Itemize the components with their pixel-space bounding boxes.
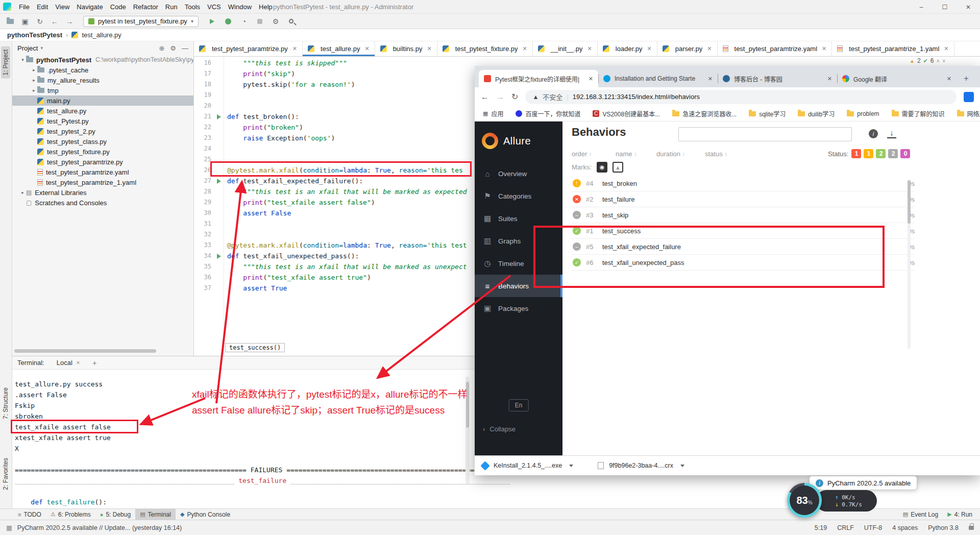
toolwindow-button-event-log[interactable]: ▤Event Log <box>898 509 943 520</box>
menu-file[interactable]: File <box>15 3 33 11</box>
allure-nav-suites[interactable]: ▦Suites <box>475 207 562 230</box>
tree-item-pythontestpytest[interactable]: ▾pythonTestPytestC:\workpath\pythonTestA… <box>12 55 193 65</box>
bookmark-6[interactable]: duilib学习 <box>798 109 835 118</box>
debug-icon[interactable] <box>223 16 233 27</box>
menu-vcs[interactable]: VCS <box>204 3 225 11</box>
tree-item-pytest-cache[interactable]: ▸.pytest_cache <box>12 65 193 75</box>
collapse-sidebar-button[interactable]: ‹ Collapse <box>483 425 516 433</box>
sort-header-order[interactable]: order↕ <box>572 150 616 158</box>
status-item-python-3-8[interactable]: Python 3.8 <box>928 524 959 531</box>
sync-icon[interactable]: ↻ <box>35 16 45 27</box>
chevron-down-icon[interactable] <box>680 465 684 467</box>
browser-tab-2[interactable]: Installation and Getting Starte✕ <box>598 70 718 87</box>
menu-code[interactable]: Code <box>107 3 130 11</box>
tree-item-main-py[interactable]: main.py <box>12 95 193 106</box>
menu-tools[interactable]: Tools <box>181 3 204 11</box>
browser-tab-4[interactable]: Google 翻译✕ <box>837 70 957 87</box>
list-scrollbar[interactable] <box>908 180 911 349</box>
status-item-utf-8[interactable]: UTF-8 <box>864 524 882 531</box>
bookmark-5[interactable]: sqlite学习 <box>749 109 786 118</box>
tree-item-test-pytest-fixture-py[interactable]: test_pytest_fixture.py <box>12 147 193 157</box>
new-session-button[interactable]: + <box>92 359 96 367</box>
project-horizontal-scrollbar[interactable] <box>14 349 156 353</box>
breadcrumb-file[interactable]: test_allure.py <box>82 31 121 39</box>
chevron-down-icon[interactable]: ∨ <box>942 58 946 63</box>
behavior-row-test-broken[interactable]: !#4test_broken0s <box>572 176 915 191</box>
editor-tab-loader-py[interactable]: loader.py✕ <box>598 41 657 56</box>
allure-nav-categories[interactable]: ⚑Categories <box>475 185 562 207</box>
allure-nav-graphs[interactable]: ▥Graphs <box>475 230 562 252</box>
behavior-row-test-skip[interactable]: –#3test_skip0s <box>572 207 915 223</box>
bookmark-8[interactable]: 需要了解的知识 <box>892 109 945 118</box>
allure-nav-timeline[interactable]: ◷Timeline <box>475 252 562 275</box>
status-badge-4[interactable]: 2 <box>888 149 898 158</box>
behavior-row-test-xfail-expected-failure[interactable]: –#5test_xfail_expected_failure0s <box>572 239 915 255</box>
status-item-5-19[interactable]: 5:19 <box>815 524 827 531</box>
bookmark-1[interactable]: ▦应用 <box>483 109 503 118</box>
menu-window[interactable]: Window <box>225 3 255 11</box>
close-icon[interactable]: ✕ <box>827 76 832 82</box>
status-message[interactable]: PyCharm 2020.2.5 available // Update... … <box>17 524 182 531</box>
stripe-favorites-button[interactable]: 2: Favorites <box>1 455 10 493</box>
allure-nav-behaviors[interactable]: ≡Behaviors <box>475 275 562 297</box>
tree-item-test-pytest-paramtrize-py[interactable]: test_pytest_paramtrize.py <box>12 157 193 167</box>
allure-nav-overview[interactable]: ⌂Overview <box>475 162 562 185</box>
chevron-down-icon[interactable] <box>569 465 573 467</box>
new-tab-button[interactable]: + <box>960 72 973 85</box>
toolwindow-button-6-problems[interactable]: ⚠6: Problems <box>46 509 95 520</box>
stripe-structure-button[interactable]: 7: Structure <box>1 384 10 422</box>
network-speed-widget[interactable]: ↑ 0K/s ↓ 0.7K/s <box>816 490 877 512</box>
tree-item-scratches-and-consoles[interactable]: ▢Scratches and Consoles <box>12 198 193 208</box>
forward-icon[interactable]: → <box>496 92 504 102</box>
sort-header-duration[interactable]: duration↕ <box>656 150 705 158</box>
run-configuration-select[interactable]: pytest in test_pytest_fixture.py ▾ <box>83 16 199 27</box>
close-icon[interactable]: ✕ <box>589 76 593 82</box>
status-badge-3[interactable]: 2 <box>876 149 886 158</box>
allure-nav-packages[interactable]: ▣Packages <box>475 297 562 320</box>
stripe-project-button[interactable]: 1: Project <box>1 46 10 79</box>
menu-view[interactable]: View <box>52 3 73 11</box>
sort-header-name[interactable]: name↕ <box>616 150 656 158</box>
editor-tab-test-pytest-paramtrize-1-yaml[interactable]: test_pytest_paramtrize_1.yaml✕ <box>832 41 954 56</box>
sort-header-status[interactable]: status↕ <box>705 150 751 158</box>
download-item-2[interactable]: 9f9b96e2-3baa-4....crx <box>598 462 684 469</box>
close-button[interactable]: ✕ <box>957 0 980 14</box>
close-icon[interactable]: ✕ <box>944 45 948 52</box>
bookmark-7[interactable]: problem <box>847 110 879 117</box>
close-icon[interactable]: ✕ <box>822 45 826 52</box>
settings-icon[interactable]: ⚙ <box>271 16 281 27</box>
gauge-widget[interactable]: 83 % <box>787 483 822 518</box>
editor-tab-test-pytest-paramtrize-yaml[interactable]: test_pytest_paramtrize.yaml✕ <box>718 41 832 56</box>
hide-panel-icon[interactable]: — <box>182 44 188 52</box>
back-icon[interactable]: ← <box>50 16 60 27</box>
tree-item-my-allure-results[interactable]: ▸my_allure_results <box>12 75 193 85</box>
run-icon[interactable] <box>207 16 217 27</box>
chevron-up-icon[interactable]: ∧ <box>937 58 940 63</box>
status-badge-5[interactable]: 0 <box>900 149 910 158</box>
settings-gear-icon[interactable]: ⚙ <box>170 44 176 52</box>
forward-icon[interactable]: → <box>64 16 75 27</box>
open-folder-icon[interactable] <box>5 16 15 27</box>
behavior-row-test-success[interactable]: ✓#1test_success0s <box>572 223 915 239</box>
close-icon[interactable]: ✕ <box>76 360 80 366</box>
run-test-icon[interactable] <box>214 176 224 186</box>
menu-refactor[interactable]: Refactor <box>130 3 162 11</box>
new-mark-toggle[interactable]: ▲ <box>612 162 623 173</box>
download-icon[interactable]: ↓ <box>887 128 896 138</box>
browser-tab-3[interactable]: 博客后台 - 博客园✕ <box>718 70 837 87</box>
locate-icon[interactable]: ⊕ <box>159 44 164 52</box>
coverage-icon[interactable]: ◔ <box>239 16 249 27</box>
close-icon[interactable]: ✕ <box>587 45 592 52</box>
tree-item-test-pytest-2-py[interactable]: test_pytest_2.py <box>12 126 193 136</box>
editor-tab-parser-py[interactable]: parser.py✕ <box>657 41 718 56</box>
tree-item-test-allure-py[interactable]: test_allure.py <box>12 106 193 116</box>
stop-icon[interactable] <box>255 16 265 27</box>
menu-edit[interactable]: Edit <box>33 3 52 11</box>
close-icon[interactable]: ✕ <box>707 45 712 52</box>
editor-tab-init-py[interactable]: __init__.py✕ <box>533 41 598 56</box>
pycharm-update-notification[interactable]: i PyCharm 2020.2.5 available <box>809 476 917 490</box>
save-all-icon[interactable]: ▣ <box>20 16 30 27</box>
browser-tab-1[interactable]: Pytest框架之fixture的详细使用|✕ <box>479 70 598 87</box>
menu-navigate[interactable]: Navigate <box>73 3 106 11</box>
bookmark-3[interactable]: CVS2008创建最基本... <box>593 109 660 118</box>
